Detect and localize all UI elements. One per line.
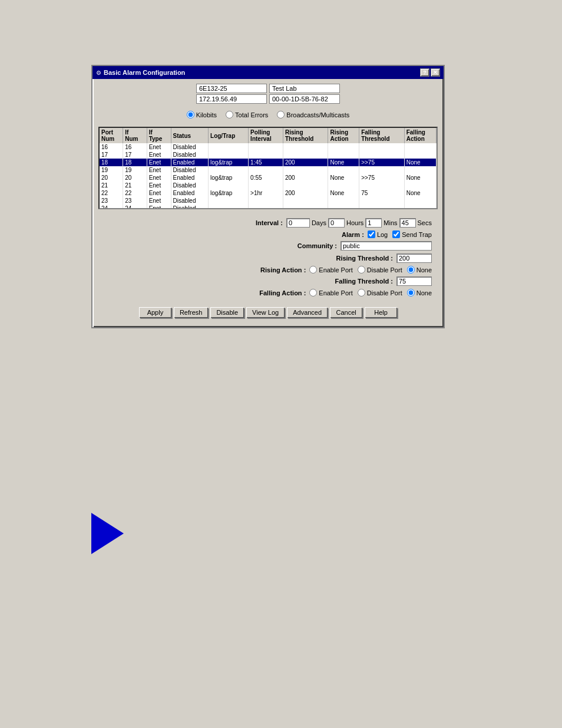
col-log-trap: Log/Trap [209, 128, 249, 143]
dialog-icon: ⚙ [96, 70, 101, 76]
send-trap-checkbox[interactable] [392, 230, 400, 238]
device-ip-field: 172.19.56.49 [196, 94, 267, 104]
falling-threshold-label: Falling Threshold : [316, 278, 393, 285]
refresh-button[interactable]: Refresh [174, 307, 209, 318]
rising-disable-port-label[interactable]: Disable Port [358, 266, 402, 274]
radio-broadcasts-input[interactable] [277, 111, 285, 118]
view-log-button[interactable]: View Log [246, 307, 285, 318]
disable-button[interactable]: Disable [210, 307, 244, 318]
apply-button[interactable]: Apply [139, 307, 171, 318]
help-button[interactable]: Help [365, 307, 397, 318]
device-mac-field: 00-00-1D-5B-76-82 [269, 94, 340, 104]
dialog-title: Basic Alarm Configuration [104, 69, 185, 76]
table-row[interactable]: 1717EnetDisabled [100, 151, 437, 159]
rising-threshold-row: Rising Threshold : [104, 253, 432, 263]
hours-input[interactable] [365, 218, 382, 228]
mins-label: Mins [384, 219, 397, 226]
rising-none-radio[interactable] [407, 266, 415, 274]
port-table-container[interactable]: PortNum IfNum IfType Status Log/Trap Pol… [98, 127, 438, 209]
radio-broadcasts[interactable]: Broadcasts/Multicasts [277, 111, 349, 118]
table-row[interactable]: 2323EnetDisabled [100, 197, 437, 205]
table-row[interactable]: 1818EnetEnabledlog&trap1:45200None>>75No… [100, 159, 437, 166]
community-input[interactable] [340, 241, 432, 251]
rising-enable-port-radio[interactable] [309, 266, 317, 274]
hours-label: Hours [346, 219, 363, 226]
falling-enable-port-radio[interactable] [309, 289, 317, 297]
falling-threshold-row: Falling Threshold : [104, 276, 432, 286]
radio-total-errors-input[interactable] [226, 111, 233, 118]
table-row[interactable]: 2121EnetDisabled [100, 182, 437, 189]
close-title-button[interactable]: ✕ [431, 68, 440, 77]
falling-disable-port-label[interactable]: Disable Port [358, 289, 402, 297]
advanced-button[interactable]: Advanced [287, 307, 328, 318]
table-row[interactable]: 2020EnetEnabledlog&trap0:55200None>>75No… [100, 174, 437, 182]
rising-threshold-input[interactable] [396, 253, 432, 263]
days-input[interactable] [328, 218, 345, 228]
col-port-num: PortNum [100, 128, 123, 143]
table-row[interactable]: 2222EnetEnabledlog&trap>1hr200None75None [100, 189, 437, 197]
community-row: Community : [104, 241, 432, 251]
rising-action-radio-group: Enable Port Disable Port None [309, 266, 432, 274]
rising-disable-port-radio[interactable] [358, 266, 365, 274]
falling-none-label[interactable]: None [407, 289, 432, 297]
cancel-button[interactable]: Cancel [330, 307, 362, 318]
col-falling-threshold: FallingThreshold [359, 128, 405, 143]
mins-input[interactable] [399, 218, 416, 228]
falling-action-radio-group: Enable Port Disable Port None [309, 289, 432, 297]
interval-row: Interval : Days Hours Mins Secs [104, 218, 432, 228]
arrow-decoration [91, 513, 124, 554]
col-status: Status [171, 128, 208, 143]
falling-threshold-input[interactable] [396, 276, 432, 286]
radio-total-errors[interactable]: Total Errors [226, 111, 268, 118]
port-table: PortNum IfNum IfType Status Log/Trap Pol… [100, 128, 437, 209]
col-polling-interval: PollingInterval [249, 128, 283, 143]
col-if-num: IfNum [123, 128, 147, 143]
table-row[interactable]: 2424EnetDisabled [100, 205, 437, 209]
interval-label: Interval : [206, 219, 283, 226]
send-trap-checkbox-label[interactable]: Send Trap [392, 230, 432, 238]
device-info-section: 6E132-25 172.19.56.49 Test Lab 00-00-1D-… [98, 84, 438, 104]
falling-action-row: Falling Action : Enable Port Disable Por… [104, 289, 432, 297]
log-checkbox-label[interactable]: Log [368, 230, 388, 238]
radio-kilobits-input[interactable] [187, 111, 194, 118]
interval-input[interactable] [286, 218, 310, 228]
col-rising-threshold: RisingThreshold [283, 128, 328, 143]
falling-none-radio[interactable] [407, 289, 415, 297]
help-title-button[interactable]: ? [420, 68, 429, 77]
falling-enable-port-label[interactable]: Enable Port [309, 289, 352, 297]
rising-threshold-label: Rising Threshold : [316, 255, 393, 262]
rising-action-row: Rising Action : Enable Port Disable Port… [104, 266, 432, 274]
col-if-type: IfType [147, 128, 171, 143]
arrow-icon [91, 513, 124, 554]
rising-action-label: Rising Action : [229, 266, 306, 274]
table-row[interactable]: 1919EnetDisabled [100, 166, 437, 174]
rising-enable-port-label[interactable]: Enable Port [309, 266, 352, 274]
form-section: Interval : Days Hours Mins Secs Alarm : [98, 215, 438, 302]
title-bar: ⚙ Basic Alarm Configuration ? ✕ [92, 66, 444, 79]
table-row[interactable]: 1616EnetDisabled [100, 143, 437, 151]
secs-label: Secs [418, 219, 432, 226]
days-label: Days [312, 219, 326, 226]
col-rising-action: RisingAction [328, 128, 359, 143]
col-falling-action: FallingAction [404, 128, 436, 143]
radio-kilobits[interactable]: Kilobits [187, 111, 217, 118]
basic-alarm-config-dialog: ⚙ Basic Alarm Configuration ? ✕ 6E132-25… [91, 65, 445, 328]
falling-disable-port-radio[interactable] [358, 289, 365, 297]
device-model-field: 6E132-25 [196, 84, 267, 93]
alarm-row: Alarm : Log Send Trap [104, 230, 432, 238]
community-label: Community : [260, 242, 337, 249]
mode-radio-group: Kilobits Total Errors Broadcasts/Multica… [98, 108, 438, 121]
device-name-field: Test Lab [269, 84, 340, 93]
button-bar: Apply Refresh Disable View Log Advanced … [98, 302, 438, 322]
log-checkbox[interactable] [368, 230, 375, 238]
alarm-label: Alarm : [287, 231, 364, 238]
falling-action-label: Falling Action : [229, 289, 306, 297]
rising-none-label[interactable]: None [407, 266, 432, 274]
